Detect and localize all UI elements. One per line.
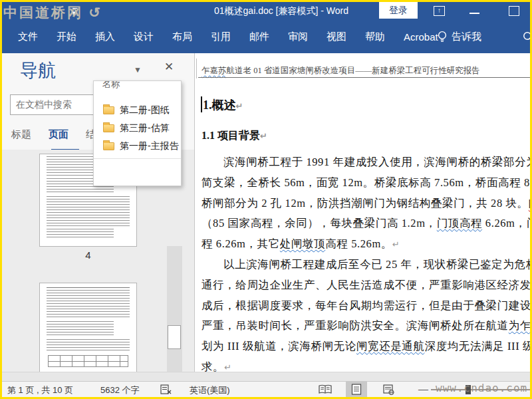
popup-divider — [94, 158, 181, 159]
folder-name: 第二册-图纸 — [120, 104, 170, 116]
ribbon-tab-1[interactable]: 开始 — [47, 31, 86, 43]
nav-tab-pages[interactable]: 页面 — [49, 128, 68, 141]
proofing-error-icon[interactable] — [160, 384, 172, 394]
print-layout-icon-selected[interactable] — [346, 382, 367, 397]
document-text-line: 简支梁，全桥长 56m，面宽 12m。桥梁底标高 7.56m，桥面高程 8.56… — [201, 176, 532, 190]
document-text-line: 滨海闸桥工程于 1991 年建成投入使用，滨海闸桥的桥梁部分为预应力 — [223, 155, 532, 170]
folder-name: 第一册-主报告 — [120, 140, 179, 152]
paragraph-mark: ↵ — [260, 131, 267, 141]
search-icon[interactable] — [523, 31, 532, 43]
window-title: 01概述gai.doc [兼容模式] - Word — [195, 5, 368, 17]
heading-1: 1.概述↵ — [203, 97, 243, 113]
page-margin-mark — [196, 59, 197, 78]
file-list-item[interactable]: 第三册-估算 — [94, 119, 181, 137]
sign-in-button[interactable]: 登录 — [379, 2, 418, 19]
document-text-line: 求。↵ — [201, 360, 232, 372]
word-window: 中国道桥网 ↺ ▾ 01概述gai.doc [兼容模式] - Word 登录 ↑… — [0, 0, 532, 399]
file-list-name-column-header[interactable]: 名称 — [102, 80, 120, 90]
ribbon-tab-4[interactable]: 布局 — [163, 31, 201, 43]
ribbon-tab-0[interactable]: 文件 — [9, 31, 47, 43]
navigation-close-icon[interactable]: ✕ — [164, 60, 174, 74]
quick-access-dropdown-icon[interactable]: ▾ — [72, 8, 77, 16]
bottom-band — [2, 372, 530, 381]
ribbon-tab-9[interactable]: 帮助 — [356, 31, 394, 43]
text-cursor — [201, 96, 202, 112]
minimize-icon[interactable] — [469, 13, 479, 14]
zoom-out-icon[interactable]: — — [418, 383, 428, 394]
ribbon-tab-5[interactable]: 引用 — [201, 31, 240, 43]
ribbon-tab-6[interactable]: 邮件 — [240, 31, 279, 43]
file-list-item[interactable]: 第二册-图纸 — [94, 101, 181, 119]
nav-tab-headings[interactable]: 标题 — [11, 128, 31, 141]
file-list: 第二册-图纸第三册-估算第一册-主报告 — [94, 101, 181, 155]
ribbon-display-options-icon[interactable]: ↑ — [434, 6, 445, 16]
document-text-line: 严重，吊装时间长，严重影响防洪安全。滨海闸桥处所在航道为乍嘉苏 — [201, 319, 532, 333]
read-mode-icon[interactable] — [315, 382, 336, 397]
page-thumbnail-5[interactable] — [39, 283, 137, 376]
language-indicator[interactable]: 英语(美国) — [190, 384, 230, 396]
file-list-item[interactable]: 第一册-主报告 — [94, 137, 181, 155]
page-indicator[interactable]: 第 1 页 , 共 10 页 — [7, 384, 73, 396]
file-list-popup: 名称 第二册-图纸第三册-估算第一册-主报告 — [93, 80, 182, 186]
folder-icon — [103, 124, 114, 132]
header-rule — [198, 77, 532, 78]
navigation-pane-title: 导航 — [20, 59, 56, 82]
tell-me-label: 告诉我 — [452, 31, 481, 43]
document-header-text: 乍嘉苏航道老 01 省道国家塘闸桥改造项目——新建桥梁工程可行性研究报告 — [201, 65, 480, 76]
folder-name: 第三册-估算 — [120, 122, 170, 134]
folder-icon — [103, 106, 114, 114]
ribbon-tab-2[interactable]: 插入 — [86, 31, 124, 43]
navigation-tabs: 标题 页面 结果 — [11, 128, 106, 141]
web-layout-icon[interactable] — [378, 382, 399, 397]
title-bar: 中国道桥网 ↺ ▾ 01概述gai.doc [兼容模式] - Word 登录 ↑ — [2, 2, 530, 21]
document-text-line: 以上滨海闸桥工程建成后至今已 25 年，现状桥梁已鉴定为危桥，禁止 — [223, 257, 532, 272]
navigation-options-chevron-down-icon[interactable]: ▼ — [134, 65, 142, 74]
document-page[interactable]: 乍嘉苏航道老 01 省道国家塘闸桥改造项目——新建桥梁工程可行性研究报告 1.概… — [196, 53, 532, 372]
thumbnail-page-number: 4 — [39, 249, 137, 261]
document-text-line: 程 6.26m，其它处闸墩顶高程 5.26m。↵ — [201, 237, 400, 251]
document-text-line: 划为 III 级航道，滨海桥闸无论闸宽还是通航深度均无法满足 III 级航道 — [201, 339, 532, 354]
document-text-line: 桥闸部分为 2 孔 12m，防洪挡潮闸门为钢结构叠梁门，共 28 块。闸底板高 — [201, 196, 532, 211]
paragraph-mark: ↵ — [236, 101, 243, 111]
document-text-line: 通行，给周边企业生产、人民生活造成不便，严重影响港区经济发展。建 — [201, 278, 532, 293]
ribbon-tab-7[interactable]: 审阅 — [279, 31, 317, 43]
ribbon-tab-3[interactable]: 设计 — [124, 31, 163, 43]
heading-1-1: 1.1 项目背景↵ — [201, 129, 267, 143]
word-count[interactable]: 5632 个字 — [100, 384, 140, 396]
lightbulb-icon — [438, 31, 447, 43]
ribbon-tab-8[interactable]: 视图 — [317, 31, 356, 43]
document-text-line: 成后，根据调度要求，每年台风期均需运行，但是由于叠梁门建设标准低 — [201, 299, 532, 313]
watermark-top-left: 中国道桥网 ↺ — [3, 3, 102, 22]
tell-me-group[interactable]: 告诉我 — [438, 21, 481, 53]
watermark-bottom-right: www.cndao.com — [436, 382, 527, 394]
document-text-line: （85 国家高程，余同），每块叠梁门高 1.2m，门顶高程 6.26m，门板高 — [201, 216, 532, 231]
folder-icon — [103, 142, 114, 150]
ribbon-tab-strip: 文件开始插入设计布局引用邮件审阅视图帮助Acrobat 告诉我 — [2, 21, 530, 53]
ribbon-tabs: 文件开始插入设计布局引用邮件审阅视图帮助Acrobat — [9, 21, 448, 53]
maximize-icon[interactable] — [509, 6, 519, 16]
nav-scrollbar-thumb[interactable] — [168, 325, 181, 349]
